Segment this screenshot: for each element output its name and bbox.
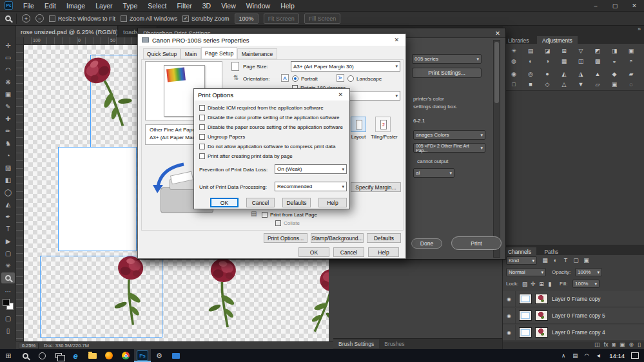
adjustment-icon[interactable]: ☀ bbox=[507, 46, 521, 55]
adjustment-icon[interactable]: △ bbox=[557, 80, 571, 89]
help-button[interactable]: Help bbox=[368, 247, 399, 257]
ungroup-papers-checkbox[interactable]: Ungroup Papers bbox=[199, 134, 245, 140]
cancel-button[interactable]: Cancel bbox=[246, 198, 275, 207]
disable-color-profile-checkbox[interactable]: Disable the color profile setting of the… bbox=[199, 115, 340, 120]
layer-visibility-eye-icon[interactable]: ◉ bbox=[503, 325, 516, 341]
path-selection-tool[interactable]: ▶ bbox=[1, 236, 15, 247]
print-settings-button[interactable]: Print Settings... bbox=[412, 68, 482, 78]
layer-image-thumbnail[interactable] bbox=[535, 310, 548, 321]
brush-tool[interactable]: ✏ bbox=[1, 126, 15, 137]
task-view-button[interactable] bbox=[50, 349, 67, 362]
adjustment-icon[interactable]: ▤ bbox=[523, 46, 538, 55]
notification-center-icon[interactable] bbox=[631, 352, 639, 359]
checkbox-icon[interactable] bbox=[199, 153, 205, 159]
filter-type-layers-icon[interactable]: T bbox=[561, 256, 571, 265]
tab-main[interactable]: Main bbox=[181, 48, 201, 59]
zoom-tool-badge-icon[interactable] bbox=[5, 15, 11, 21]
file-explorer-button[interactable] bbox=[84, 349, 101, 362]
marquee-tool[interactable]: ▭ bbox=[1, 52, 15, 63]
print-last-page-checkbox[interactable]: Print from Last Page bbox=[262, 212, 317, 218]
adjustment-icon[interactable]: ▽ bbox=[574, 46, 588, 55]
quick-selection-tool[interactable]: ❋ bbox=[1, 77, 15, 88]
dialog-title-bar[interactable]: Print Options ✕ bbox=[194, 89, 349, 100]
fit-screen-button[interactable]: Fit Screen bbox=[264, 14, 299, 24]
close-icon[interactable]: ✕ bbox=[391, 37, 402, 43]
search-button[interactable] bbox=[17, 349, 34, 362]
adjustment-icon[interactable]: ◩ bbox=[590, 46, 605, 55]
disable-icm-checkbox[interactable]: Disable ICM required from the applicatio… bbox=[199, 105, 324, 111]
dodge-tool[interactable]: ◭ bbox=[1, 199, 15, 210]
taskbar-clock[interactable]: 14:14 bbox=[604, 352, 630, 359]
edit-toolbar-button[interactable]: ⋯ bbox=[1, 286, 15, 297]
checkbox-icon[interactable] bbox=[199, 105, 205, 111]
eraser-tool[interactable]: ▨ bbox=[1, 162, 15, 173]
checkbox-icon[interactable] bbox=[199, 134, 205, 140]
menu-file[interactable]: File bbox=[18, 0, 39, 12]
adjustment-icon[interactable]: ◨ bbox=[607, 46, 621, 55]
filter-smart-objects-icon[interactable]: ▣ bbox=[581, 256, 591, 265]
adjustment-icon[interactable]: ◭ bbox=[557, 70, 571, 79]
delete-layer-icon[interactable]: ▯ bbox=[638, 341, 641, 349]
zoom-in-icon[interactable]: + bbox=[22, 14, 30, 23]
checkbox-icon[interactable] bbox=[262, 212, 268, 218]
filter-adjustment-layers-icon[interactable]: ◐ bbox=[551, 256, 560, 265]
menu-window[interactable]: Window bbox=[241, 0, 275, 12]
opacity-value[interactable]: 100% ▾ bbox=[575, 268, 602, 276]
close-icon[interactable]: ✕ bbox=[335, 91, 346, 98]
layer-frame-thumbnail[interactable] bbox=[519, 310, 532, 321]
tiling-poster-tile[interactable]: 2 bbox=[375, 117, 391, 132]
zoom-out-icon[interactable]: − bbox=[35, 14, 44, 23]
layer-visibility-eye-icon[interactable]: ◉ bbox=[503, 308, 516, 324]
collapse-panels-icon[interactable]: » bbox=[638, 26, 641, 32]
color-handling-select[interactable]: anages Colors ▾ bbox=[413, 130, 485, 140]
pen-tool[interactable]: ✒ bbox=[1, 211, 15, 222]
lock-artboard-icon[interactable]: ⊞ bbox=[538, 280, 545, 289]
menu-image[interactable]: Image bbox=[61, 0, 90, 12]
adjustment-icon[interactable]: ▦ bbox=[557, 57, 571, 66]
checkbox-icon[interactable] bbox=[199, 124, 205, 130]
layer-frame-thumbnail[interactable] bbox=[519, 294, 532, 304]
scrubby-zoom-checkbox[interactable]: ✓ Scrubby Zoom bbox=[182, 15, 229, 22]
layer-name[interactable]: Layer 0 Frame copy bbox=[552, 296, 601, 302]
screen-mode-button[interactable]: ▯ bbox=[1, 325, 15, 336]
layout-tile-selected[interactable] bbox=[351, 117, 366, 132]
layer-kind-select[interactable]: Kind ▾ bbox=[506, 256, 537, 265]
print-by-page-checkbox[interactable]: Print after creating print data by page bbox=[199, 153, 293, 159]
adjustment-icon[interactable]: ◆ bbox=[607, 70, 621, 79]
done-button[interactable]: Done bbox=[411, 238, 442, 249]
layer-frame-thumbnail[interactable] bbox=[519, 327, 532, 338]
blend-mode-select[interactable]: Normal ▾ bbox=[506, 268, 546, 276]
ok-button[interactable]: OK bbox=[298, 247, 329, 257]
adjustment-icon[interactable]: ◎ bbox=[523, 70, 538, 79]
printer-profile-select[interactable]: 005 <FD> 2 Other Fine Art Pap... ▾ bbox=[413, 143, 485, 153]
zoom-100-button[interactable]: 100% bbox=[235, 14, 259, 24]
resize-windows-checkbox[interactable]: Resize Windows to Fit bbox=[49, 15, 115, 22]
close-button[interactable]: ✕ bbox=[625, 0, 644, 12]
tray-network-icon[interactable]: ▤ bbox=[569, 349, 581, 362]
adjustment-icon[interactable]: ◌ bbox=[624, 80, 638, 89]
adjustment-icon[interactable]: ◮ bbox=[574, 70, 588, 79]
radio-selected-icon[interactable] bbox=[292, 75, 298, 82]
adjustment-icon[interactable]: ◓ bbox=[624, 57, 638, 66]
chrome-button[interactable] bbox=[117, 349, 134, 362]
page-size-select[interactable]: A3+ (Art Paper Margin 30) ▾ bbox=[291, 61, 400, 71]
tray-wifi-icon[interactable]: ◠ bbox=[581, 349, 592, 362]
tab-maintenance[interactable]: Maintenance bbox=[237, 48, 277, 59]
unit-select[interactable]: Recommended ▾ bbox=[275, 182, 347, 191]
tab-paths[interactable]: Paths bbox=[539, 247, 563, 256]
document-tab-active[interactable]: rose unsized.psd @ 6.25% (RGB/8) ✕ bbox=[16, 26, 118, 37]
defaults-button[interactable]: Defaults bbox=[367, 233, 401, 243]
adjustment-icon[interactable]: ◍ bbox=[507, 57, 521, 66]
menu-filter[interactable]: Filter bbox=[171, 0, 197, 12]
healing-brush-tool[interactable]: ✚ bbox=[1, 113, 15, 124]
print-options-button[interactable]: Print Options... bbox=[264, 233, 307, 243]
adjustment-icon[interactable]: ▣ bbox=[624, 46, 638, 55]
zoom-all-windows-checkbox[interactable]: Zoom All Windows bbox=[121, 15, 177, 22]
help-button[interactable]: Help bbox=[318, 198, 347, 207]
print-button[interactable]: Print bbox=[451, 236, 502, 250]
tray-volume-icon[interactable]: ◄ bbox=[592, 349, 604, 362]
adjustment-icon[interactable]: ◇ bbox=[540, 80, 554, 89]
filter-shape-layers-icon[interactable]: ▢ bbox=[571, 256, 581, 265]
adjustment-icon[interactable]: ■ bbox=[523, 80, 538, 89]
move-tool[interactable]: ✛ bbox=[1, 40, 15, 51]
